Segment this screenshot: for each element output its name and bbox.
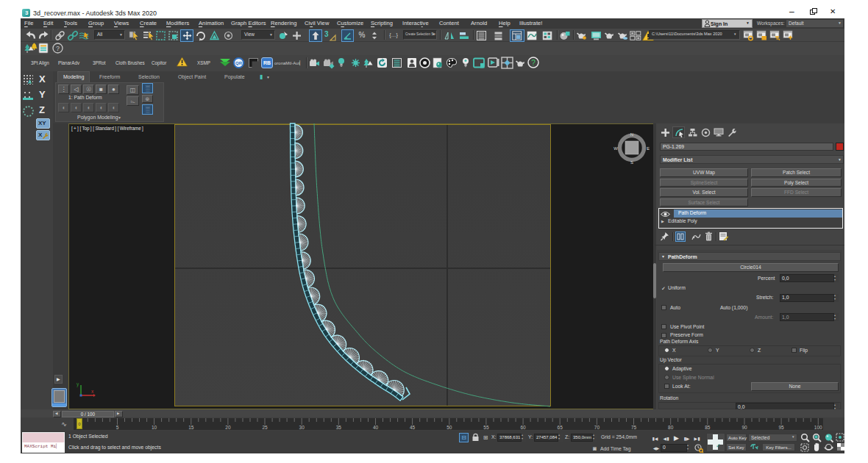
svg-text:60: 60 <box>520 425 526 430</box>
svg-text:25: 25 <box>262 425 268 430</box>
svg-text:85: 85 <box>705 425 711 430</box>
svg-text:55: 55 <box>483 425 489 430</box>
svg-text:65: 65 <box>558 425 563 430</box>
svg-text:15: 15 <box>188 425 194 430</box>
svg-text:20: 20 <box>225 425 231 430</box>
svg-text:95: 95 <box>778 425 784 430</box>
svg-text:80: 80 <box>668 425 674 430</box>
svg-text:35: 35 <box>336 425 342 430</box>
svg-text:40: 40 <box>373 425 379 430</box>
svg-text:10: 10 <box>152 425 157 430</box>
svg-text:5: 5 <box>116 425 119 430</box>
svg-text:100: 100 <box>814 425 822 430</box>
svg-text:90: 90 <box>741 425 747 430</box>
svg-text:30: 30 <box>299 425 305 430</box>
svg-text:70: 70 <box>594 425 600 430</box>
svg-text:75: 75 <box>631 425 637 430</box>
svg-text:50: 50 <box>447 425 452 430</box>
svg-text:45: 45 <box>410 425 416 430</box>
